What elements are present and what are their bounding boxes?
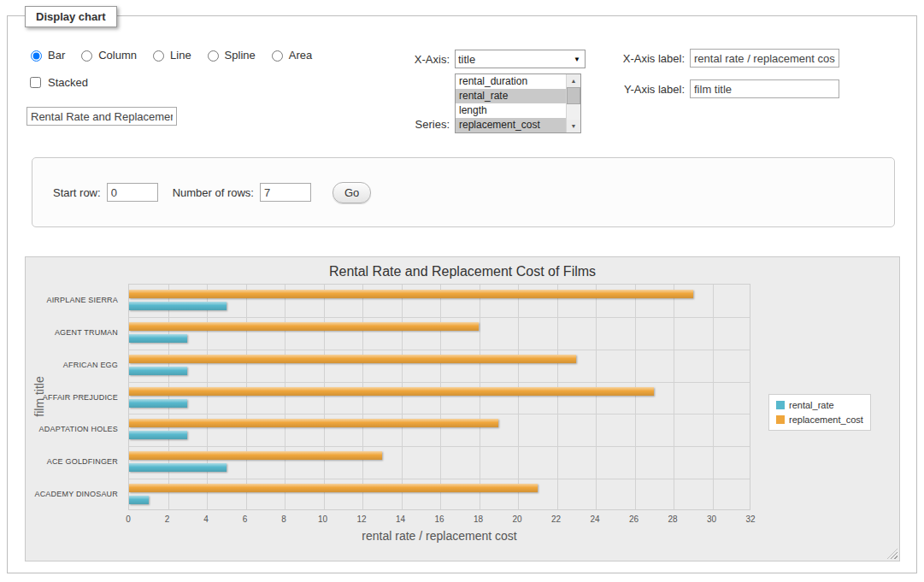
bar-rental_rate-5: [129, 463, 227, 472]
gridline: [129, 479, 750, 479]
scrollbar-track: [567, 104, 580, 120]
y-axis-label-field: Y-Axis label:: [618, 79, 839, 98]
gridline: [518, 285, 519, 509]
bar-replacement_cost-1: [129, 322, 479, 331]
chart-type-radio-spline[interactable]: [208, 50, 219, 62]
chart-type-option-area[interactable]: Area: [268, 48, 312, 62]
category-label: ADAPTATION HOLES: [26, 425, 118, 433]
x-tick-label: 26: [621, 514, 647, 524]
chart-type-option-column[interactable]: Column: [77, 48, 137, 62]
x-tick-label: 6: [232, 514, 258, 524]
gridline: [596, 285, 597, 509]
series-listbox[interactable]: rental_durationrental_ratelengthreplacem…: [455, 73, 581, 133]
bar-rental_rate-2: [129, 367, 187, 375]
bar-rental_rate-1: [129, 334, 187, 343]
plot-area: [128, 284, 750, 510]
chart-type-option-label: Area: [289, 49, 312, 62]
x-axis-field: X-Axis: title ▼: [397, 50, 586, 68]
gridline: [129, 317, 750, 318]
series-option-length[interactable]: length: [456, 103, 566, 118]
chart-type-option-label: Bar: [48, 49, 65, 62]
scrollbar-thumb[interactable]: [567, 87, 580, 104]
chart-type-option-bar[interactable]: Bar: [26, 48, 65, 62]
number-of-rows-label: Number of rows:: [173, 186, 254, 199]
x-tick-label: 32: [738, 514, 763, 524]
bar-replacement_cost-6: [129, 484, 538, 492]
chart-title-input[interactable]: [26, 107, 177, 126]
chart-type-radio-column[interactable]: [81, 50, 92, 62]
legend-item-rental_rate[interactable]: rental_rate: [776, 400, 863, 410]
chart-type-radio-group: BarColumnLineSplineArea: [26, 48, 312, 62]
x-tick-label: 28: [660, 514, 686, 524]
bar-rental_rate-6: [129, 496, 149, 504]
chart-type-option-label: Line: [170, 49, 191, 62]
chart-type-option-line[interactable]: Line: [149, 48, 191, 62]
chart-legend: rental_ratereplacement_cost: [768, 394, 871, 431]
x-tick-label: 4: [193, 514, 219, 524]
display-chart-panel: Display chart BarColumnLineSplineArea St…: [7, 15, 917, 573]
category-label: ACADEMY DINOSAUR: [26, 490, 118, 498]
gridline: [246, 285, 247, 509]
bar-replacement_cost-2: [129, 355, 576, 363]
x-axis-field-label: X-Axis:: [397, 53, 450, 66]
chart-type-radio-bar[interactable]: [31, 50, 42, 62]
gridline: [129, 446, 750, 447]
x-axis-select-wrap: title ▼: [455, 50, 586, 68]
series-listbox-scrollbar[interactable]: ▲ ▼: [566, 74, 580, 132]
go-button[interactable]: Go: [333, 182, 371, 203]
x-tick-label: 12: [349, 514, 374, 524]
bar-replacement_cost-0: [129, 290, 693, 298]
legend-swatch-icon: [776, 401, 785, 409]
x-axis-title: rental rate / replacement cost: [128, 529, 750, 543]
gridline: [129, 382, 750, 383]
stacked-checkbox[interactable]: [30, 77, 41, 88]
rows-panel: Start row: Number of rows: Go: [32, 157, 895, 227]
scroll-up-icon[interactable]: ▲: [567, 74, 580, 87]
chart-type-radio-area[interactable]: [272, 50, 283, 62]
y-axis-label-input[interactable]: [690, 79, 839, 98]
number-of-rows-input[interactable]: [260, 183, 311, 202]
series-option-rental_rate[interactable]: rental_rate: [456, 89, 566, 103]
gridline: [713, 285, 714, 509]
category-label: AGENT TRUMAN: [26, 328, 118, 337]
chart-resize-handle[interactable]: [887, 549, 898, 559]
chart-title: Rental Rate and Replacement Cost of Film…: [26, 264, 899, 279]
category-label: AIRPLANE SIERRA: [26, 296, 118, 304]
chart-type-option-label: Spline: [225, 49, 256, 62]
stacked-checkbox-row[interactable]: Stacked: [26, 74, 88, 91]
bar-replacement_cost-3: [129, 387, 654, 396]
x-axis-label-field-label: X-Axis label:: [618, 52, 685, 65]
chart-type-radio-line[interactable]: [153, 50, 164, 62]
x-tick-label: 14: [388, 514, 414, 524]
x-tick-label: 2: [155, 514, 180, 524]
x-tick-label: 10: [310, 514, 336, 524]
bar-replacement_cost-5: [129, 451, 382, 460]
legend-item-replacement_cost[interactable]: replacement_cost: [776, 414, 863, 425]
x-tick-label: 20: [504, 514, 530, 524]
gridline: [362, 285, 363, 509]
x-tick-label: 8: [271, 514, 297, 524]
panel-title: Display chart: [25, 6, 117, 27]
chart-type-option-spline[interactable]: Spline: [203, 48, 256, 62]
gridline: [129, 350, 750, 350]
x-axis-label-input[interactable]: [690, 49, 839, 68]
gridline: [480, 285, 480, 509]
chart-type-option-label: Column: [98, 49, 137, 62]
series-option-replacement_cost[interactable]: replacement_cost: [456, 118, 566, 132]
gridline: [285, 285, 285, 509]
category-label: AFFAIR PREJUDICE: [26, 393, 118, 402]
x-tick-label: 0: [115, 514, 141, 524]
chart-container: Rental Rate and Replacement Cost of Film…: [25, 256, 900, 561]
gridline: [168, 285, 169, 509]
gridline: [674, 285, 674, 509]
gridline: [129, 414, 750, 414]
x-axis-select[interactable]: title: [455, 50, 586, 68]
start-row-input[interactable]: [107, 183, 158, 202]
bar-replacement_cost-4: [129, 419, 498, 427]
series-option-rental_duration[interactable]: rental_duration: [456, 74, 566, 89]
series-listbox-options: rental_durationrental_ratelengthreplacem…: [456, 74, 566, 132]
gridline: [402, 285, 403, 509]
y-axis-label-field-label: Y-Axis label:: [618, 83, 685, 96]
scroll-down-icon[interactable]: ▼: [567, 120, 580, 132]
gridline: [557, 285, 558, 509]
